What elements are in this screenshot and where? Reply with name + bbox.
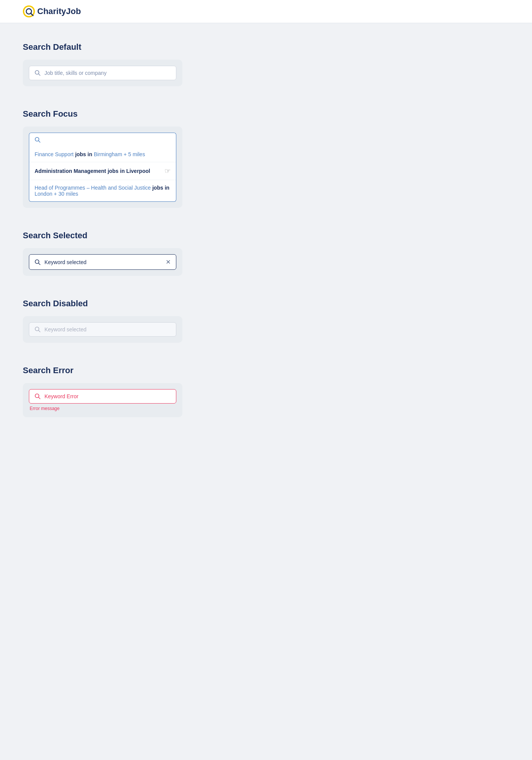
- section-search-default: Search Default: [23, 42, 243, 86]
- search-focus-input[interactable]: [44, 137, 171, 143]
- search-default-icon: [35, 70, 41, 76]
- logo-icon: [23, 5, 35, 17]
- search-focus-dropdown: Finance Support jobs in Birmingham + 5 m…: [29, 147, 176, 202]
- search-disabled-card: Keyword selected: [23, 316, 182, 343]
- dropdown-item-1-part1: Finance Support: [35, 151, 75, 157]
- search-selected-title: Search Selected: [23, 231, 243, 241]
- section-search-disabled: Search Disabled Keyword selected: [23, 299, 243, 343]
- dropdown-item-2[interactable]: Administration Management jobs in Liverp…: [29, 162, 176, 180]
- search-focus-card: Finance Support jobs in Birmingham + 5 m…: [23, 127, 182, 208]
- dropdown-item-1[interactable]: Finance Support jobs in Birmingham + 5 m…: [29, 147, 176, 162]
- dropdown-item-1-part2: jobs in: [75, 151, 94, 157]
- search-focus-input-wrapper: [29, 133, 176, 147]
- search-default-input[interactable]: [44, 70, 171, 76]
- search-disabled-icon: [35, 326, 41, 332]
- search-error-card: Keyword Error Error message: [23, 383, 182, 417]
- svg-line-4: [39, 74, 40, 76]
- search-selected-clear-button[interactable]: ✕: [166, 258, 171, 266]
- dropdown-item-3-part2: jobs in: [152, 185, 169, 191]
- search-selected-value: Keyword selected: [44, 259, 166, 265]
- dropdown-item-1-part3: Birmingham: [94, 151, 122, 157]
- dropdown-item-2-text: Administration Management jobs in Liverp…: [35, 168, 150, 174]
- search-error-message: Error message: [29, 406, 176, 411]
- search-error-value: Keyword Error: [44, 393, 171, 399]
- header: CharityJob: [0, 0, 532, 23]
- section-search-focus: Search Focus Finance Support jobs in Bir…: [23, 109, 243, 208]
- search-selected-icon: [35, 259, 41, 265]
- dropdown-item-3-part1: Head of Programmes – Health and Social J…: [35, 185, 152, 191]
- search-default-input-wrapper: [29, 66, 176, 80]
- search-selected-input-wrapper: Keyword selected ✕: [29, 254, 176, 270]
- dropdown-item-1-text: Finance Support jobs in Birmingham + 5 m…: [35, 151, 145, 157]
- section-search-error: Search Error Keyword Error Error message: [23, 366, 243, 417]
- search-disabled-title: Search Disabled: [23, 299, 243, 309]
- search-error-input-wrapper: Keyword Error: [29, 389, 176, 404]
- logo: CharityJob: [23, 5, 81, 17]
- dropdown-item-3-part4: + 30 miles: [52, 191, 78, 197]
- dropdown-item-3-part3: London: [35, 191, 52, 197]
- search-focus-title: Search Focus: [23, 109, 243, 119]
- dropdown-item-2-full: Administration Management jobs in Liverp…: [35, 168, 150, 174]
- dropdown-item-3[interactable]: Head of Programmes – Health and Social J…: [29, 180, 176, 201]
- dropdown-item-1-part4: + 5 miles: [122, 151, 145, 157]
- section-search-selected: Search Selected Keyword selected ✕: [23, 231, 243, 276]
- search-error-title: Search Error: [23, 366, 243, 375]
- logo-text: CharityJob: [37, 6, 81, 16]
- main-content: Search Default Search Focus: [0, 23, 266, 459]
- search-error-icon: [35, 393, 41, 399]
- cursor-icon: ☞: [165, 167, 171, 175]
- svg-line-10: [39, 331, 40, 332]
- svg-line-8: [39, 263, 40, 264]
- search-default-card: [23, 60, 182, 86]
- search-disabled-value: Keyword selected: [44, 326, 171, 332]
- search-disabled-input-wrapper: Keyword selected: [29, 322, 176, 337]
- search-selected-card: Keyword selected ✕: [23, 248, 182, 276]
- search-focus-icon: [35, 137, 41, 143]
- dropdown-item-3-text: Head of Programmes – Health and Social J…: [35, 185, 171, 197]
- svg-line-12: [39, 397, 40, 399]
- search-default-title: Search Default: [23, 42, 243, 52]
- svg-line-6: [39, 141, 40, 142]
